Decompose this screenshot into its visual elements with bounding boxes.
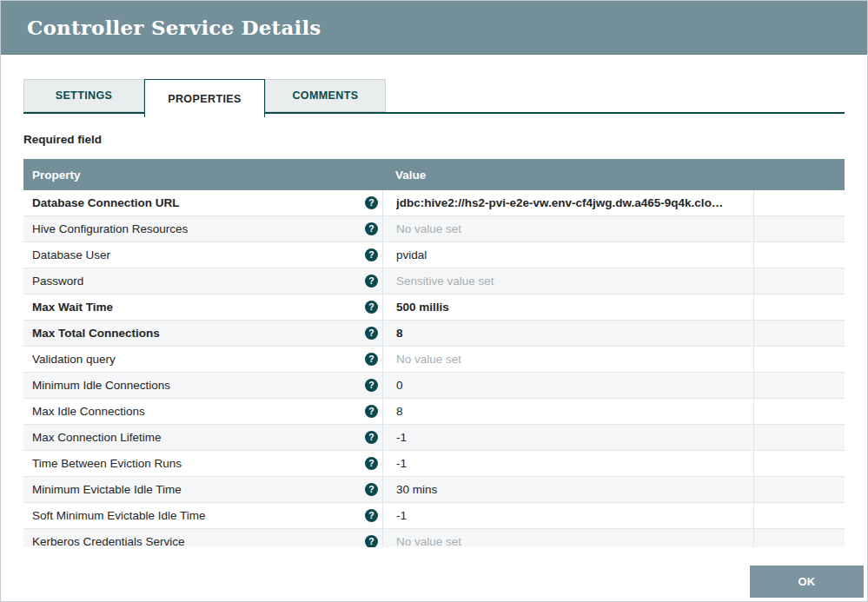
extra-cell <box>754 216 845 241</box>
properties-table-body: Database Connection URL?jdbc:hive2://hs2… <box>23 190 845 547</box>
extra-cell <box>754 294 845 320</box>
table-row: Database User?pvidal <box>23 242 845 268</box>
property-value: No value set <box>396 222 461 235</box>
tab-comments[interactable]: COMMENTS <box>265 79 386 112</box>
help-icon[interactable]: ? <box>365 483 378 496</box>
table-row: Minimum Evictable Idle Time?30 mins <box>23 477 845 503</box>
table-row: Time Between Eviction Runs?-1 <box>23 451 845 477</box>
property-cell: Max Wait Time? <box>23 294 383 320</box>
help-icon[interactable]: ? <box>365 457 378 470</box>
property-name: Minimum Evictable Idle Time <box>32 483 182 496</box>
help-icon[interactable]: ? <box>365 353 378 366</box>
value-cell: -1 <box>383 503 754 528</box>
property-name: Time Between Eviction Runs <box>32 457 182 470</box>
tabbar: SETTINGSPROPERTIESCOMMENTS <box>23 79 845 117</box>
extra-cell <box>754 347 845 372</box>
tab-settings[interactable]: SETTINGS <box>23 79 144 112</box>
property-value: 0 <box>396 379 403 392</box>
value-cell: 8 <box>383 399 754 424</box>
dialog-title: Controller Service Details <box>27 16 321 39</box>
property-column-header: Property <box>23 169 383 182</box>
property-name: Database Connection URL <box>32 196 180 209</box>
property-name: Password <box>32 275 83 288</box>
help-icon[interactable]: ? <box>365 327 378 340</box>
extra-cell <box>754 529 845 547</box>
table-row: Validation query?No value set <box>23 347 845 373</box>
extra-cell <box>754 425 845 450</box>
property-name: Validation query <box>32 353 116 366</box>
help-icon[interactable]: ? <box>365 248 378 261</box>
property-value: -1 <box>396 431 407 444</box>
dialog-content: SETTINGSPROPERTIESCOMMENTS Required fiel… <box>1 79 867 547</box>
extra-cell <box>754 268 845 294</box>
property-cell: Password? <box>23 268 383 294</box>
extra-cell <box>754 190 845 215</box>
property-value: 8 <box>396 405 403 418</box>
controller-service-details-dialog: Controller Service Details SETTINGSPROPE… <box>0 0 868 602</box>
property-cell: Database User? <box>23 242 383 268</box>
property-name: Max Wait Time <box>32 301 113 314</box>
property-cell: Max Connection Lifetime? <box>23 425 383 450</box>
property-cell: Soft Minimum Evictable Idle Time? <box>23 503 383 528</box>
table-row: Kerberos Credentials Service?No value se… <box>23 529 845 547</box>
help-icon[interactable]: ? <box>365 301 378 314</box>
extra-cell <box>754 321 845 346</box>
value-cell: 30 mins <box>383 477 754 502</box>
value-cell: 500 millis <box>383 294 754 320</box>
value-cell: pvidal <box>383 242 754 268</box>
property-name: Max Total Connections <box>32 327 160 340</box>
help-icon[interactable]: ? <box>365 196 378 209</box>
property-cell: Validation query? <box>23 347 383 372</box>
property-value: 8 <box>396 327 403 340</box>
value-cell: -1 <box>383 425 754 450</box>
property-cell: Minimum Evictable Idle Time? <box>23 477 383 502</box>
value-cell: 8 <box>383 321 754 346</box>
help-icon[interactable]: ? <box>365 379 378 392</box>
table-row: Password?Sensitive value set <box>23 268 845 294</box>
table-row: Soft Minimum Evictable Idle Time?-1 <box>23 503 845 529</box>
extra-cell <box>754 373 845 398</box>
property-name: Minimum Idle Connections <box>32 379 170 392</box>
help-icon[interactable]: ? <box>365 535 378 547</box>
property-value: 500 millis <box>396 301 449 314</box>
help-icon[interactable]: ? <box>365 222 378 235</box>
properties-table: Property Value Database Connection URL?j… <box>23 159 845 547</box>
property-value: 30 mins <box>396 483 437 496</box>
property-name: Soft Minimum Evictable Idle Time <box>32 509 206 522</box>
property-value: Sensitive value set <box>396 275 494 288</box>
extra-cell <box>754 503 845 528</box>
property-cell: Database Connection URL? <box>23 190 383 215</box>
property-name: Database User <box>32 248 110 261</box>
property-value: No value set <box>396 353 461 366</box>
help-icon[interactable]: ? <box>365 431 378 444</box>
property-cell: Time Between Eviction Runs? <box>23 451 383 476</box>
property-cell: Minimum Idle Connections? <box>23 373 383 398</box>
help-icon[interactable]: ? <box>365 405 378 418</box>
table-row: Max Wait Time?500 millis <box>23 294 845 321</box>
property-name: Kerberos Credentials Service <box>32 535 185 547</box>
property-name: Max Idle Connections <box>32 405 145 418</box>
help-icon[interactable]: ? <box>365 509 378 522</box>
required-field-hint: Required field <box>23 133 845 146</box>
table-row: Hive Configuration Resources?No value se… <box>23 216 845 242</box>
extra-cell <box>754 451 845 476</box>
property-value: jdbc:hive2://hs2-pvi-e2e-vw.env-cf4jwg.d… <box>396 196 723 209</box>
table-row: Max Total Connections?8 <box>23 321 845 347</box>
property-value: -1 <box>396 457 407 470</box>
property-cell: Max Idle Connections? <box>23 399 383 424</box>
property-cell: Kerberos Credentials Service? <box>23 529 383 547</box>
ok-button[interactable]: OK <box>750 566 864 598</box>
property-cell: Max Total Connections? <box>23 321 383 346</box>
value-cell: No value set <box>383 216 754 241</box>
property-value: pvidal <box>396 248 427 261</box>
property-name: Hive Configuration Resources <box>32 222 188 235</box>
extra-cell <box>754 477 845 502</box>
dialog-header: Controller Service Details <box>1 1 867 55</box>
value-cell: No value set <box>383 347 754 372</box>
help-icon[interactable]: ? <box>365 275 378 288</box>
tab-properties[interactable]: PROPERTIES <box>144 79 265 117</box>
value-cell: No value set <box>383 529 754 547</box>
properties-table-header: Property Value <box>23 159 845 190</box>
value-cell: Sensitive value set <box>383 268 754 294</box>
table-row: Database Connection URL?jdbc:hive2://hs2… <box>23 190 845 216</box>
